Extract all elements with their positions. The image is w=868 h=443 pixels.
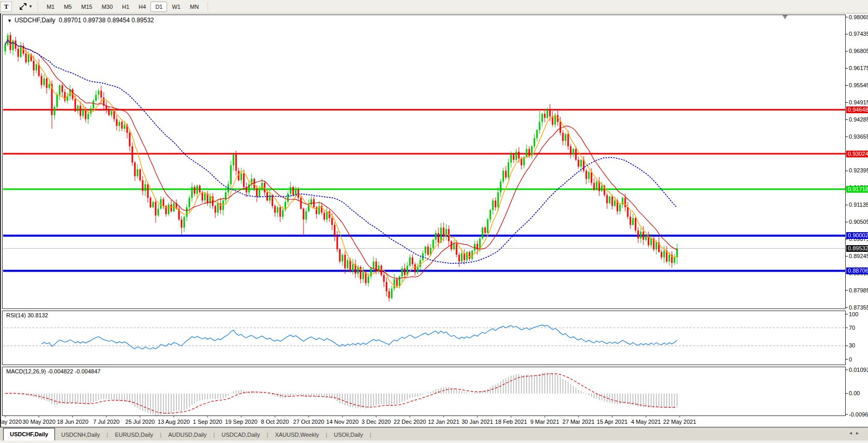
macd-panel[interactable] [2,367,846,416]
date-label: 4 May 2021 [631,419,660,425]
date-label: 12 May 2020 [0,419,22,425]
date-label: 18 Jun 2020 [57,419,89,425]
timeframe-button-M1[interactable]: M1 [42,2,59,12]
date-label: 30 Jan 2021 [462,419,493,425]
date-label: 7 Jul 2020 [93,419,120,425]
price-tick-label: 0.93655 [849,133,868,140]
date-label: 25 Jul 2020 [126,419,155,425]
timeframe-button-M15[interactable]: M15 [76,2,97,12]
date-label: 14 Nov 2020 [326,419,359,425]
price-tick-label: 0.96175 [849,65,868,71]
tab-usdchf-daily[interactable]: USDCHF,Daily [3,428,55,440]
date-axis: 12 May 202030 May 202018 Jun 20207 Jul 2… [0,417,868,427]
rsi-panel[interactable] [2,311,846,365]
chart-tab-bar: USDCHF,DailyUSDCNH,Daily|EURUSD,Daily|AU… [0,427,868,440]
diagonal-arrows-icon [19,3,27,10]
tab-eurusd-daily[interactable]: EURUSD,Daily [108,429,159,440]
date-label: 22 May 2021 [663,419,696,425]
rsi-tick-label: 70 [849,325,868,331]
rsi-tick-label: 30 [849,342,868,348]
price-tick-label: 0.95545 [849,82,868,88]
bottom-strip [0,440,868,443]
rsi-indicator-label: RSI(14) 30.8132 [6,312,48,318]
price-tick-label: 0.89245 [849,253,868,259]
price-tick-label: 0.94285 [849,116,868,123]
main-chart-panel[interactable] [2,15,846,309]
chart-tabs: USDCHF,DailyUSDCNH,Daily|EURUSD,Daily|AU… [3,427,372,440]
tab-separator: | [369,432,372,440]
macd-tick-label: 0.00 [849,390,868,396]
chart-title: ▼USDCHF,Daily 0.89701 0.89738 0.89454 0.… [7,17,154,24]
hline-price-label: 0.94648 [846,106,868,113]
rsi-tick-label: 0 [849,356,868,363]
chart-title-ohlc: 0.89701 0.89738 0.89454 0.89532 [59,17,154,24]
date-label: 19 Sep 2020 [225,419,257,425]
date-label: 30 May 2020 [22,419,56,425]
macd-tick-label: 0.010933 [849,367,868,373]
tab-usdcad-daily[interactable]: USDCAD,Daily [215,429,266,440]
current-price-label: 0.89532 [846,245,868,252]
price-tick-label: 0.96805 [849,48,868,54]
toolbar-separator [36,2,39,11]
date-label: 18 Feb 2021 [495,419,527,425]
tab-scroll-left-icon[interactable]: ◂ [849,430,856,436]
timeframe-button-W1[interactable]: W1 [167,2,185,12]
price-tick-label: 0.97435 [849,31,868,37]
date-label: 22 Dec 2020 [394,419,426,425]
tab-usdcnh-daily[interactable]: USDCNH,Daily [55,429,106,440]
timeframe-button-H4[interactable]: H4 [134,2,150,12]
price-tick-label: 0.98065 [849,14,868,20]
date-label: 27 Mar 2021 [562,419,595,425]
timeframe-button-M30[interactable]: M30 [97,2,117,12]
date-label: 8 Oct 2020 [261,419,289,425]
timeframe-button-H1[interactable]: H1 [117,2,134,12]
timeframe-group: M1M5M15M30H1H4D1W1MN [42,2,203,12]
price-tick-label: 0.87355 [849,304,868,311]
dropdown-caret-icon: ▼ [29,4,33,9]
macd-tick-label: -0.009653 [849,411,868,418]
date-label: 3 Dec 2020 [362,419,391,425]
tab-usoil-daily[interactable]: USOil,Daily [328,429,369,440]
collapse-triangle-icon[interactable]: ▼ [7,18,12,23]
tab-scroll-nav: ◂▸ [849,430,863,436]
chart-shift-marker[interactable] [782,15,788,19]
price-tick-label: 0.91135 [849,202,868,208]
price-tick-label: 0.90505 [849,219,868,225]
price-tick-label: 0.92395 [849,167,868,173]
hline-price-label: 0.93024 [846,151,868,157]
hline-price-label: 0.91718 [846,186,868,193]
timeframe-button-MN[interactable]: MN [185,2,203,12]
hline-price-label: 0.90002 [846,232,868,239]
cycle-charts-button[interactable]: ▼ [19,2,33,12]
tab-audusd-daily[interactable]: AUDUSD,Daily [162,429,213,440]
mt4-window: T ▼ M1M5M15M30H1H4D1W1MN ▼USDCHF,Daily 0… [0,0,868,443]
hline-price-label: 0.88706 [846,267,868,274]
toolbar: T ▼ M1M5M15M30H1H4D1W1MN [0,0,868,14]
tab-xauusd-weekly[interactable]: XAUUSD,Weekly [269,429,325,440]
window-left-border [0,14,1,443]
price-tick-label: 0.94915 [849,99,868,105]
chart-title-symbol: USDCHF,Daily [15,17,56,24]
date-label: 15 Apr 2021 [597,419,627,425]
text-tool-button[interactable]: T [1,2,12,12]
price-tick-label: 0.87985 [849,287,868,293]
date-label: 12 Jan 2021 [428,419,460,425]
date-label: 9 Mar 2021 [530,419,559,425]
macd-indicator-label: MACD(12,26,9) -0.004822 -0.004847 [6,368,101,374]
timeframe-button-D1[interactable]: D1 [150,2,167,12]
timeframe-button-M5[interactable]: M5 [59,2,76,12]
toolbar-separator [206,2,209,11]
date-label: 13 Aug 2020 [158,419,190,425]
date-label: 1 Sep 2020 [193,419,222,425]
date-label: 27 Oct 2020 [293,419,324,425]
rsi-tick-label: 100 [849,311,868,317]
tab-scroll-right-icon[interactable]: ▸ [856,430,863,436]
